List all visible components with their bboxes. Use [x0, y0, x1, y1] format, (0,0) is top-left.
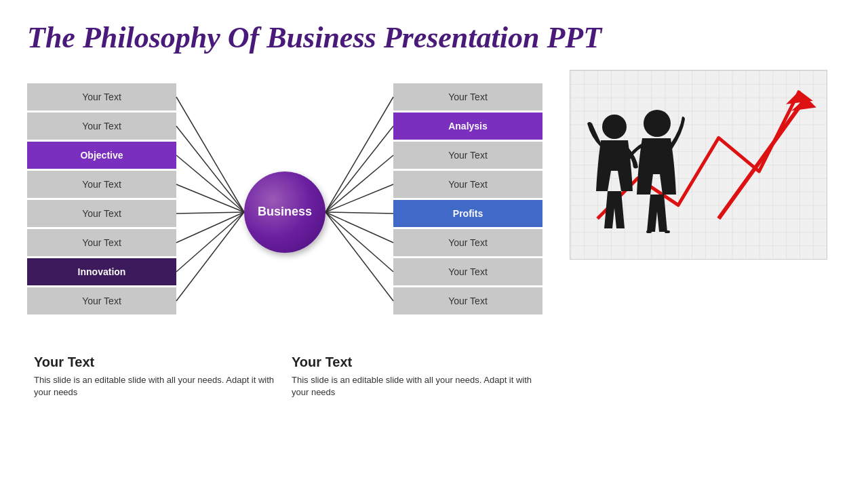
- svg-point-21: [644, 110, 671, 137]
- caption-left-block: Your Text This slide is an editable slid…: [27, 354, 285, 399]
- svg-line-4: [176, 212, 244, 214]
- svg-line-11: [326, 184, 393, 212]
- main-content: Your TextYour TextObjectiveYour TextYour…: [27, 77, 841, 474]
- page: The Philosophy Of Business Presentation …: [0, 0, 868, 488]
- svg-point-20: [602, 115, 627, 139]
- caption-left-title: Your Text: [34, 354, 94, 370]
- chart-section: [556, 70, 841, 260]
- svg-rect-22: [646, 230, 652, 233]
- center-label: Business: [258, 205, 312, 219]
- page-title: The Philosophy Of Business Presentation …: [27, 20, 841, 56]
- center-circle: Business: [244, 171, 326, 253]
- caption-right-block: Your Text This slide is an editable slid…: [285, 354, 542, 399]
- caption-right-title: Your Text: [292, 354, 352, 370]
- svg-line-12: [326, 212, 393, 214]
- caption-left-text: This slide is an editable slide with all…: [34, 374, 278, 399]
- svg-line-6: [176, 212, 244, 272]
- svg-line-13: [326, 212, 393, 243]
- svg-rect-23: [665, 230, 670, 233]
- silhouette-svg: [577, 103, 692, 259]
- diagram-captions: Your Text This slide is an editable slid…: [27, 354, 542, 399]
- diagram-wrapper: Your TextYour TextObjectiveYour TextYour…: [27, 77, 542, 348]
- svg-line-1: [176, 126, 244, 212]
- svg-line-3: [176, 184, 244, 212]
- svg-line-8: [326, 97, 393, 212]
- svg-line-10: [326, 155, 393, 212]
- svg-line-2: [176, 155, 244, 212]
- caption-right-text: This slide is an editable slide with all…: [292, 374, 536, 399]
- diagram-section: Your TextYour TextObjectiveYour TextYour…: [27, 77, 542, 399]
- chart-container: [570, 70, 827, 260]
- svg-line-0: [176, 97, 244, 212]
- svg-line-9: [326, 126, 393, 212]
- svg-line-5: [176, 212, 244, 243]
- svg-line-14: [326, 212, 393, 272]
- svg-line-7: [176, 212, 244, 301]
- svg-line-15: [326, 212, 393, 301]
